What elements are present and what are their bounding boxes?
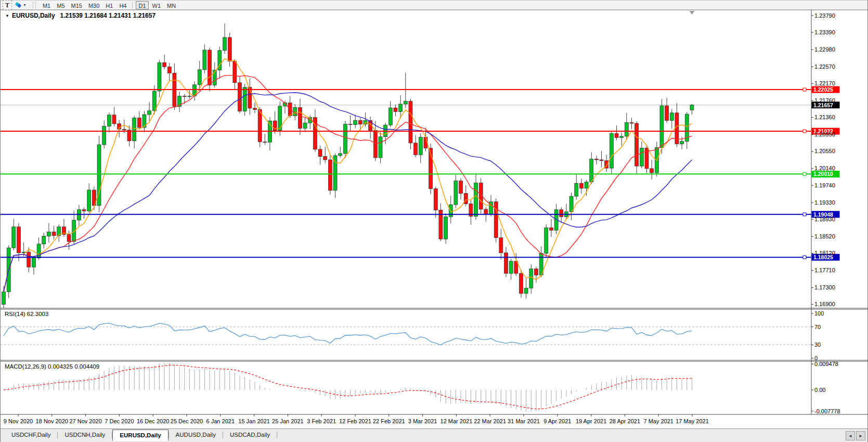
timeframe-button-mn[interactable]: MN bbox=[164, 1, 178, 9]
chart-shift-triangle-icon[interactable] bbox=[689, 11, 694, 15]
price-axis-label: 1.16900 bbox=[814, 301, 835, 307]
date-axis-label: 16 Dec 2020 bbox=[137, 418, 169, 424]
text-tool-icon: T bbox=[5, 2, 9, 8]
date-axis-label: 28 Apr 2021 bbox=[610, 418, 640, 424]
timeframe-button-m1[interactable]: M1 bbox=[40, 1, 53, 9]
macd-histogram bbox=[4, 363, 692, 412]
toolbar-separator bbox=[132, 2, 133, 9]
rsi-line bbox=[4, 323, 692, 345]
timeframe-button-d1[interactable]: D1 bbox=[136, 1, 148, 9]
objects-style-button[interactable]: ▼ bbox=[14, 1, 29, 9]
toolbar-grip[interactable] bbox=[33, 2, 36, 8]
ohlc-values: 1.21539 1.21684 1.21431 1.21657 bbox=[60, 12, 156, 19]
price-axis-label: 1.18520 bbox=[814, 233, 835, 239]
date-axis-label: 22 Mar 2021 bbox=[474, 418, 506, 424]
chart-tab-audusd[interactable]: AUDUSD,Daily bbox=[169, 430, 223, 440]
line-handle[interactable] bbox=[803, 130, 806, 133]
price-axis-label: 1.23790 bbox=[814, 12, 835, 19]
timeframe-button-h4[interactable]: H4 bbox=[116, 1, 129, 9]
date-axis-label: 6 Jan 2021 bbox=[206, 418, 235, 424]
macd-signal-line bbox=[4, 365, 692, 409]
chart-plot-area[interactable]: 1.220251.210321.200101.190481.180251.216… bbox=[1, 0, 868, 442]
timeframe-button-w1[interactable]: W1 bbox=[150, 1, 164, 9]
date-axis-label: 7 Dec 2020 bbox=[105, 418, 134, 424]
timeframe-button-m15[interactable]: M15 bbox=[69, 1, 85, 9]
price-axis-label: 1.22170 bbox=[814, 80, 835, 86]
rsi-axis-label: 100 bbox=[814, 310, 824, 317]
scroll-right-button[interactable]: ► bbox=[856, 431, 865, 440]
chart-tab-eurusd[interactable]: EURUSD,Daily bbox=[112, 430, 168, 441]
rsi-indicator-label: RSI(14) 62.3003 bbox=[5, 311, 48, 317]
price-axis-label: 1.22570 bbox=[814, 64, 835, 70]
ma-line-30 bbox=[4, 93, 692, 292]
macd-axis-label: 0.009478 bbox=[814, 361, 838, 367]
ma-line-13 bbox=[4, 75, 692, 292]
date-axis-label: 9 Apr 2021 bbox=[543, 418, 571, 424]
tab-separator bbox=[277, 432, 277, 438]
price-axis-label: 1.21760 bbox=[814, 97, 835, 104]
line-handle[interactable] bbox=[803, 213, 806, 216]
chart-tabbar: USDCHF,DailyUSDCNH,DailyEURUSD,DailyAUDU… bbox=[1, 428, 867, 442]
candlesticks bbox=[2, 23, 694, 308]
scroll-left-button[interactable]: ◄ bbox=[846, 431, 855, 440]
chevron-down-icon: ▼ bbox=[23, 3, 27, 7]
price-axis-label: 1.18120 bbox=[814, 250, 835, 256]
chart-tabs: USDCHF,DailyUSDCNH,DailyEURUSD,DailyAUDU… bbox=[1, 429, 277, 441]
line-handle[interactable] bbox=[803, 256, 806, 259]
rsi-axis-label: 0 bbox=[814, 355, 818, 361]
collapse-caret-icon[interactable]: ▼ bbox=[5, 14, 9, 18]
macd-axis-label: 0.00 bbox=[814, 387, 825, 393]
timeframe-group: M1M5M15M30H1H4D1W1MN bbox=[40, 1, 179, 9]
date-axis-label: 19 Apr 2021 bbox=[576, 418, 606, 424]
date-axis-label: 15 Jan 2021 bbox=[238, 418, 270, 424]
price-tag-label: 1.22025 bbox=[813, 86, 833, 93]
price-axis-label: 1.17300 bbox=[814, 284, 835, 291]
line-handle[interactable] bbox=[803, 88, 806, 91]
date-axis-label: 25 Jan 2021 bbox=[272, 418, 304, 424]
rsi-axis-label: 30 bbox=[814, 342, 821, 348]
price-axis-label: 1.20950 bbox=[814, 131, 835, 137]
timeframe-button-m5[interactable]: M5 bbox=[54, 1, 67, 9]
date-axis-label: 18 Nov 2020 bbox=[36, 418, 68, 424]
price-axis-label: 1.19740 bbox=[814, 182, 835, 188]
price-axis-label: 1.18930 bbox=[814, 216, 835, 222]
chart-tab-usdcad[interactable]: USDCAD,Daily bbox=[223, 430, 277, 440]
date-axis-label: 12 Mar 2021 bbox=[441, 418, 473, 424]
date-axis-label: 3 Feb 2021 bbox=[307, 418, 336, 424]
price-tag-label: 1.20010 bbox=[813, 171, 833, 177]
price-axis-label: 1.21360 bbox=[814, 114, 835, 120]
timeframe-button-h1[interactable]: H1 bbox=[103, 1, 115, 9]
rsi-axis-label: 70 bbox=[814, 324, 821, 330]
date-axis-label: 31 Mar 2021 bbox=[508, 418, 540, 424]
date-axis-label: 12 Feb 2021 bbox=[339, 418, 371, 424]
chart-title: ▼EURUSD,Daily1.21539 1.21684 1.21431 1.2… bbox=[5, 12, 156, 19]
date-axis-label: 27 Nov 2020 bbox=[69, 418, 101, 424]
symbol-label: EURUSD,Daily bbox=[12, 12, 55, 19]
line-handle[interactable] bbox=[803, 172, 806, 175]
timeframe-button-m30[interactable]: M30 bbox=[86, 1, 102, 9]
tab-scroll-buttons: ◄ ► bbox=[846, 431, 865, 440]
date-axis-label: 9 Nov 2020 bbox=[4, 418, 33, 424]
date-axis-label: 25 Dec 2020 bbox=[171, 418, 203, 424]
date-axis-label: 3 Mar 2021 bbox=[408, 418, 437, 424]
price-axis-label: 1.20140 bbox=[814, 165, 835, 171]
terminal-window: T ▼ M1M5M15M30H1H4D1W1MN 1.220251.210321… bbox=[0, 0, 868, 442]
price-axis-label: 1.23390 bbox=[814, 29, 835, 35]
toolbar: T ▼ M1M5M15M30H1H4D1W1MN bbox=[1, 0, 867, 10]
date-axis-label: 22 Feb 2021 bbox=[373, 418, 405, 424]
price-axis-label: 1.17710 bbox=[814, 267, 835, 273]
chart-tab-usdcnh[interactable]: USDCNH,Daily bbox=[58, 430, 112, 440]
date-axis-label: 7 May 2021 bbox=[643, 418, 673, 424]
diamond-icon bbox=[17, 4, 21, 8]
macd-axis-label: -0.007778 bbox=[814, 408, 840, 414]
macd-indicator-label: MACD(12,26,9) 0.004325 0.004409 bbox=[5, 363, 99, 370]
date-axis-label: 17 May 2021 bbox=[676, 418, 709, 424]
price-axis-label: 1.20550 bbox=[814, 148, 835, 154]
text-tool-button[interactable]: T bbox=[3, 0, 12, 10]
price-axis-label: 1.19330 bbox=[814, 199, 835, 206]
price-axis-label: 1.22980 bbox=[814, 46, 835, 53]
chart-tab-usdchf[interactable]: USDCHF,Daily bbox=[5, 430, 57, 440]
